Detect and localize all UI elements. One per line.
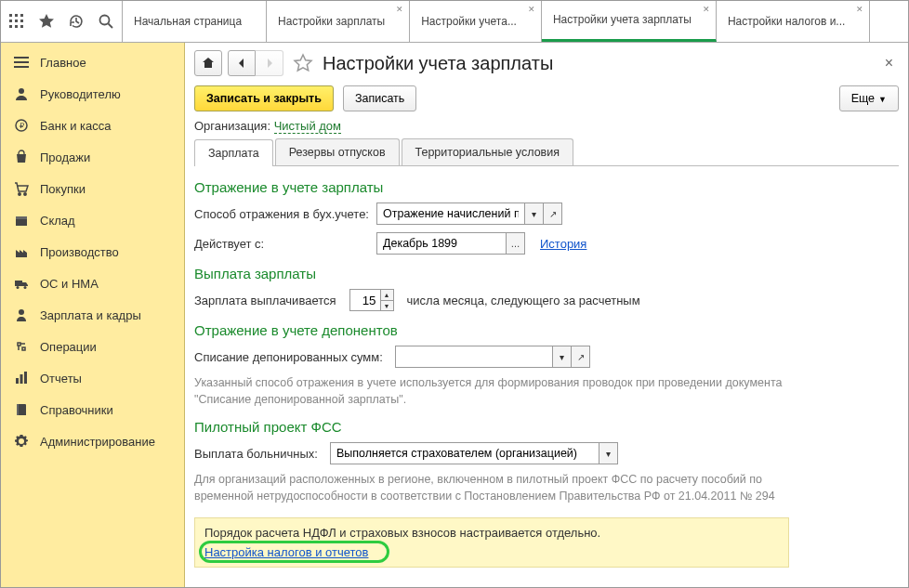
content: Настройки учета зарплаты × Записать и за… [185, 43, 908, 587]
sidebar-item-label: Отчеты [40, 372, 82, 385]
sidebar-item-assets[interactable]: ОС и НМА [1, 268, 184, 299]
sickpay-input[interactable] [330, 442, 599, 464]
tax-settings-link[interactable]: Настройка налогов и отчетов [204, 545, 368, 559]
note-box: Порядок расчета НДФЛ и страховых взносов… [194, 517, 789, 568]
chevron-down-icon: ▼ [878, 95, 887, 104]
accounting-method-input[interactable] [376, 203, 525, 225]
tab-label: Настройки зарплаты [278, 15, 385, 29]
inner-tabs: Зарплата Резервы отпусков Территориальны… [194, 138, 899, 166]
menu-icon [14, 55, 29, 70]
section-heading: Выплата зарплаты [194, 266, 895, 281]
payday-input[interactable] [349, 289, 381, 311]
sidebar-item-catalogs[interactable]: Справочники [1, 394, 184, 425]
save-close-button[interactable]: Записать и закрыть [194, 85, 334, 111]
svg-line-10 [109, 24, 113, 29]
close-icon[interactable]: ✕ [703, 5, 710, 15]
top-tab[interactable]: Настройки учета...✕ [410, 1, 542, 42]
favorite-icon[interactable] [293, 53, 313, 73]
sidebar-item-sales[interactable]: Продажи [1, 141, 184, 173]
more-button[interactable]: Еще▼ [839, 85, 899, 111]
payday-stepper: ▲ ▼ [349, 289, 394, 311]
sidebar-item-operations[interactable]: Операции [1, 331, 184, 362]
deponent-writeoff-label: Списание депонированных сумм: [194, 350, 389, 364]
factory-icon [14, 244, 29, 259]
history-icon[interactable] [68, 13, 85, 30]
sidebar: Главное Руководителю ₽Банк и касса Прода… [1, 43, 185, 587]
sidebar-item-production[interactable]: Производство [1, 236, 184, 268]
bag-icon [14, 150, 29, 164]
svg-rect-13 [14, 66, 29, 68]
sidebar-item-admin[interactable]: Администрирование [1, 425, 184, 457]
spin-up-button[interactable]: ▲ [381, 289, 394, 300]
dropdown-button[interactable]: ▾ [553, 346, 572, 368]
history-link[interactable]: История [540, 237, 586, 251]
save-button[interactable]: Записать [343, 85, 416, 111]
toolbar-icons [1, 1, 123, 42]
search-icon[interactable] [98, 13, 114, 30]
tab-label: Настройки учета... [421, 15, 517, 29]
top-tab[interactable]: Начальная страница [123, 1, 267, 42]
sidebar-item-purchases[interactable]: Покупки [1, 173, 184, 204]
close-icon[interactable]: ✕ [856, 5, 863, 15]
tab-label: Настройки учета зарплаты [553, 13, 692, 27]
star-icon[interactable] [38, 13, 55, 30]
gear-icon [14, 434, 29, 449]
chart-icon [14, 371, 29, 385]
open-button[interactable]: ↗ [544, 203, 562, 225]
svg-rect-0 [9, 14, 12, 17]
fss-hint: Для организаций расположенных в регионе,… [194, 472, 789, 504]
apps-icon[interactable] [8, 13, 25, 30]
organization-row: Организация: Чистый дом [194, 119, 899, 133]
inner-tab-territory[interactable]: Территориальные условия [402, 138, 573, 165]
open-button[interactable]: ↗ [572, 346, 590, 368]
sidebar-item-warehouse[interactable]: Склад [1, 204, 184, 236]
tab-label: Начальная страница [134, 15, 242, 29]
top-tab-active[interactable]: Настройки учета зарплаты✕ [542, 1, 717, 42]
payday-label: Зарплата выплачивается [194, 294, 336, 307]
truck-icon [14, 276, 29, 291]
deponent-writeoff-input[interactable] [395, 346, 553, 368]
dropdown-button[interactable]: ▾ [599, 442, 618, 464]
close-page-button[interactable]: × [879, 55, 899, 72]
sidebar-item-bank[interactable]: ₽Банк и касса [1, 110, 184, 141]
more-label: Еще [851, 92, 875, 105]
topbar: Начальная страница Настройки зарплаты✕ Н… [1, 1, 908, 43]
page-title: Настройки учета зарплаты [323, 53, 553, 74]
dropdown-button[interactable]: ▾ [525, 203, 544, 225]
close-icon[interactable]: ✕ [396, 5, 403, 15]
sidebar-item-label: Производство [40, 245, 119, 259]
svg-rect-26 [20, 374, 23, 384]
org-label: Организация: [194, 119, 270, 133]
note-text: Порядок расчета НДФЛ и страховых взносов… [204, 526, 779, 540]
deponent-writeoff-combo: ▾ ↗ [395, 346, 590, 368]
form-area: Отражение в учете зарплаты Способ отраже… [194, 176, 899, 568]
svg-rect-3 [9, 20, 12, 22]
inner-tab-reserves[interactable]: Резервы отпусков [275, 138, 400, 165]
svg-point-18 [24, 193, 26, 195]
sidebar-item-manager[interactable]: Руководителю [1, 78, 184, 110]
inner-tab-salary[interactable]: Зарплата [194, 139, 273, 166]
sidebar-item-label: Главное [40, 56, 86, 70]
svg-rect-1 [15, 14, 18, 17]
top-tab[interactable]: Настройки зарплаты✕ [267, 1, 410, 42]
sidebar-item-main[interactable]: Главное [1, 46, 184, 78]
sidebar-item-payroll[interactable]: Зарплата и кадры [1, 299, 184, 331]
effective-from-input[interactable] [376, 232, 507, 255]
forward-button [256, 50, 283, 76]
sidebar-item-reports[interactable]: Отчеты [1, 362, 184, 394]
org-link[interactable]: Чистый дом [274, 119, 341, 134]
ellipsis-button[interactable]: … [507, 232, 525, 255]
sidebar-item-label: Справочники [40, 403, 113, 417]
svg-rect-7 [15, 25, 18, 28]
spin-down-button[interactable]: ▼ [381, 300, 394, 311]
svg-point-14 [19, 88, 24, 94]
close-icon[interactable]: ✕ [528, 5, 535, 15]
home-button[interactable] [194, 50, 222, 76]
top-tabs: Начальная страница Настройки зарплаты✕ Н… [123, 1, 908, 42]
top-tab[interactable]: Настройки налогов и...✕ [717, 1, 871, 42]
box-icon [14, 213, 29, 228]
cart-icon [14, 181, 29, 196]
back-button[interactable] [228, 50, 256, 76]
sidebar-item-label: Банк и касса [40, 119, 112, 133]
svg-point-9 [100, 16, 110, 25]
